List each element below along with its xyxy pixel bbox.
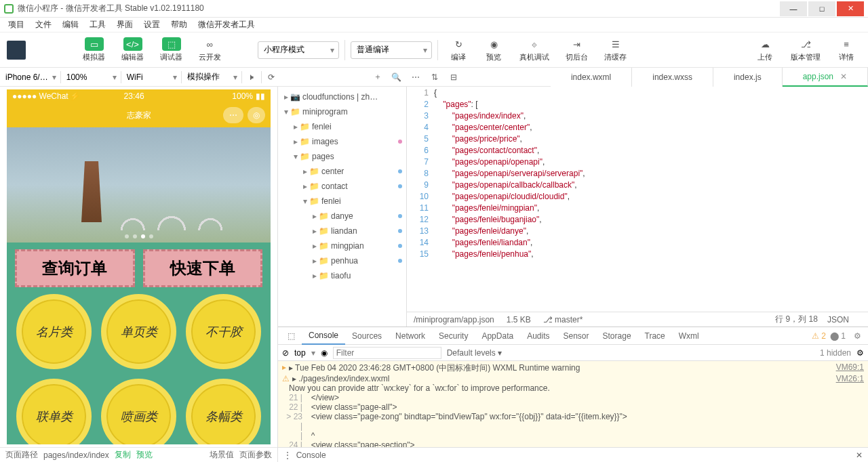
category-item[interactable]: 名片类 (16, 294, 92, 369)
chevron-icon[interactable]: ▾ (282, 107, 290, 117)
devtools-inspect-icon[interactable]: ⬚ (281, 327, 302, 345)
chevron-icon[interactable]: ▸ (311, 256, 319, 266)
maximize-button[interactable]: □ (808, 1, 835, 16)
cloud-dev-button[interactable]: ∞云开发 (193, 37, 226, 62)
vm-link[interactable]: VM69:1 (836, 362, 864, 374)
compile-button[interactable]: ↻编译 (443, 37, 473, 62)
devtools-tab-wxml[interactable]: Wxml (672, 327, 706, 345)
chevron-icon[interactable]: ▸ (301, 167, 309, 176)
devtools-settings-icon[interactable]: ⚙ (850, 331, 865, 341)
menu-项目[interactable]: 项目 (3, 19, 30, 30)
editor-toggle[interactable]: </>编辑器 (116, 37, 149, 62)
tree-node[interactable]: ▸📁mingpian (278, 238, 406, 253)
user-avatar[interactable] (7, 41, 26, 60)
menu-帮助[interactable]: 帮助 (165, 19, 193, 30)
editor-tab[interactable]: index.wxml (551, 68, 632, 87)
tree-node[interactable]: ▾📁pages (278, 149, 406, 164)
debugger-toggle[interactable]: ⬚调试器 (155, 37, 188, 62)
sim-action-select[interactable]: 模拟操作 (182, 68, 241, 86)
tree-node[interactable]: ▸📁contact (278, 179, 406, 194)
drawer-menu-icon[interactable]: ⋮ (283, 450, 292, 460)
devtools-tab-network[interactable]: Network (389, 327, 432, 345)
warning-count[interactable]: ⚠ 2 (812, 331, 826, 341)
tree-node[interactable]: ▸📁center (278, 164, 406, 179)
quick-order-button[interactable]: 快速下单 (143, 249, 263, 287)
drawer-tab-console[interactable]: Console (296, 450, 326, 460)
upload-button[interactable]: ☁上传 (750, 37, 780, 62)
devtools-tab-appdata[interactable]: AppData (475, 327, 520, 345)
remote-debug-button[interactable]: ⟐真机调试 (514, 37, 555, 62)
settings-gear-icon[interactable]: ⚙ (856, 348, 864, 358)
tree-node[interactable]: ▸📁danye (278, 209, 406, 224)
capsule-menu-icon[interactable]: ⋯ (223, 107, 243, 123)
query-order-button[interactable]: 查询订单 (15, 249, 135, 287)
live-icon[interactable]: ◉ (321, 348, 328, 358)
chevron-icon[interactable]: ▾ (301, 196, 309, 206)
chevron-icon[interactable]: ▸ (292, 122, 300, 131)
hero-swiper[interactable] (7, 127, 271, 243)
simulator-viewport[interactable]: ●●●●● WeChat⚡ 23:46 100%▮▮ 志豪家 ⋯ ◎ 查询订单 … (7, 89, 271, 444)
code-editor[interactable]: 123456789101112131415 { "pages": [ "page… (407, 87, 868, 312)
close-button[interactable]: ✕ (837, 1, 864, 16)
menu-界面[interactable]: 界面 (111, 19, 138, 30)
editor-tab[interactable]: index.wxss (632, 68, 713, 87)
capsule-close-icon[interactable]: ◎ (248, 107, 265, 123)
log-level-select[interactable]: Default levels ▾ (447, 348, 502, 358)
simulator-toggle[interactable]: ▭模拟器 (77, 37, 111, 62)
category-item[interactable]: 单页类 (101, 294, 176, 369)
chevron-icon[interactable]: ▾ (292, 152, 300, 161)
menu-编辑[interactable]: 编辑 (57, 19, 84, 30)
editor-tab[interactable]: index.js (713, 68, 783, 87)
category-item[interactable]: 喷画类 (101, 379, 176, 444)
version-button[interactable]: ⎇版本管理 (785, 37, 826, 62)
tree-node[interactable]: ▸📁penhua (278, 253, 406, 268)
detail-button[interactable]: ≡详情 (831, 37, 861, 62)
menu-工具[interactable]: 工具 (84, 19, 111, 30)
mute-icon[interactable]: 🕨 (242, 69, 261, 85)
menu-文件[interactable]: 文件 (30, 19, 57, 30)
clear-cache-button[interactable]: ☰清缓存 (599, 37, 632, 62)
devtools-tab-sources[interactable]: Sources (345, 327, 389, 345)
devtools-tab-audits[interactable]: Audits (520, 327, 556, 345)
category-item[interactable]: 不干胶 (186, 294, 261, 369)
tree-node[interactable]: ▸📁liandan (278, 224, 406, 238)
menu-微信开发者工具[interactable]: 微信开发者工具 (193, 19, 260, 30)
device-select[interactable]: iPhone 6/… (0, 68, 60, 86)
console-filter-input[interactable] (333, 347, 441, 359)
zoom-select[interactable]: 100% (61, 68, 121, 86)
category-item[interactable]: 联单类 (16, 379, 92, 444)
rotate-icon[interactable]: ⟳ (262, 69, 281, 85)
chevron-icon[interactable]: ▸ (301, 182, 309, 191)
console-output[interactable]: ▸▸ Tue Feb 04 2020 23:46:28 GMT+0800 (中国… (278, 361, 868, 447)
preview-path-link[interactable]: 预览 (136, 449, 153, 461)
tree-node[interactable]: ▸📁fenlei (278, 119, 406, 134)
collapse-icon[interactable]: ⊟ (444, 69, 463, 85)
copy-path-link[interactable]: 复制 (115, 449, 131, 461)
tree-node[interactable]: ▾📁fenlei (278, 194, 406, 209)
editor-tab[interactable]: app.json✕ (783, 68, 868, 87)
devtools-tab-security[interactable]: Security (432, 327, 475, 345)
drawer-close-icon[interactable]: ✕ (856, 450, 863, 460)
tree-node[interactable]: ▸📁images (278, 134, 406, 149)
close-tab-icon[interactable]: ✕ (840, 72, 847, 81)
git-branch[interactable]: ⎇ master* (543, 315, 583, 324)
vm-link[interactable]: VM26:1 (836, 374, 864, 383)
mode-select[interactable]: 小程序模式 (258, 41, 339, 59)
compile-type-select[interactable]: 普通编译 (351, 41, 432, 59)
category-item[interactable]: 条幅类 (186, 379, 261, 444)
chevron-icon[interactable]: ▸ (292, 137, 300, 146)
network-select[interactable]: WiFi (121, 68, 181, 86)
tree-node[interactable]: ▾📁miniprogram (278, 104, 406, 119)
background-button[interactable]: ⇥切后台 (560, 37, 593, 62)
info-count[interactable]: ⬤ 1 (826, 331, 850, 341)
menu-设置[interactable]: 设置 (138, 19, 165, 30)
add-file-icon[interactable]: ＋ (368, 69, 387, 85)
chevron-icon[interactable]: ▸ (311, 271, 319, 280)
more-icon[interactable]: ⋯ (406, 69, 425, 85)
preview-button[interactable]: ◉预览 (479, 37, 509, 62)
chevron-icon[interactable]: ▸ (311, 241, 319, 251)
context-select[interactable]: top (294, 348, 306, 358)
minimize-button[interactable]: — (780, 1, 807, 16)
chevron-icon[interactable]: ▸ (282, 92, 290, 102)
devtools-tab-console[interactable]: Console (302, 327, 345, 345)
